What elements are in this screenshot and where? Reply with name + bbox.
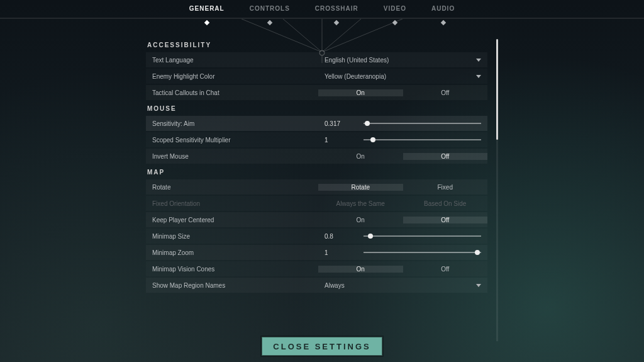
scrollbar-thumb[interactable] xyxy=(496,39,498,140)
keep-centered-toggle: On Off xyxy=(318,212,487,227)
toggle-same: Always the Same xyxy=(318,200,403,207)
chevron-down-icon xyxy=(476,75,481,78)
setting-label: Sensitivity: Aim xyxy=(146,120,318,127)
slider-value[interactable]: 0.8 xyxy=(325,233,355,240)
toggle-off[interactable]: Off xyxy=(403,89,488,96)
section-mouse: MOUSE xyxy=(147,105,487,112)
row-tactical-callouts: Tactical Callouts in Chat On Off xyxy=(146,85,487,100)
tab-label: VIDEO xyxy=(384,5,406,12)
close-button-label: CLOSE SETTINGS xyxy=(273,342,370,351)
scoped-slider: 1 xyxy=(318,132,487,147)
toggle-on[interactable]: On xyxy=(318,153,403,160)
toggle-rotate[interactable]: Rotate xyxy=(318,184,403,191)
sensitivity-slider: 0.317 xyxy=(318,116,487,131)
setting-label: Text Language xyxy=(146,57,318,64)
toggle-off[interactable]: Off xyxy=(403,266,488,273)
toggle-fixed[interactable]: Fixed xyxy=(403,184,488,191)
toggle-on[interactable]: On xyxy=(318,266,403,273)
toggle-off[interactable]: Off xyxy=(403,153,488,160)
tactical-callouts-toggle: On Off xyxy=(318,85,487,100)
diamond-icon xyxy=(334,20,339,25)
row-enemy-highlight: Enemy Highlight Color Yellow (Deuteranop… xyxy=(146,69,487,84)
slider-value[interactable]: 0.317 xyxy=(325,120,355,127)
diamond-icon xyxy=(267,20,272,25)
diamond-icon xyxy=(392,20,397,25)
section-map: MAP xyxy=(147,169,487,176)
toggle-on[interactable]: On xyxy=(318,89,403,96)
tab-audio[interactable]: AUDIO xyxy=(431,5,455,20)
tab-general[interactable]: GENERAL xyxy=(189,5,225,20)
row-sensitivity: Sensitivity: Aim 0.317 xyxy=(146,116,487,131)
chevron-down-icon xyxy=(476,59,481,62)
row-invert-mouse: Invert Mouse On Off xyxy=(146,149,487,164)
setting-label: Invert Mouse xyxy=(146,153,318,160)
section-accessibility: ACCESSIBILITY xyxy=(147,42,487,48)
setting-label: Tactical Callouts in Chat xyxy=(146,89,318,96)
slider-track[interactable] xyxy=(364,139,481,140)
slider-track[interactable] xyxy=(364,123,481,124)
slider-knob[interactable] xyxy=(370,137,375,142)
row-rotate: Rotate Rotate Fixed xyxy=(146,179,487,195)
close-settings-button[interactable]: CLOSE SETTINGS xyxy=(262,337,382,356)
row-fixed-orientation: Fixed Orientation Always the Same Based … xyxy=(146,196,487,211)
slider-track[interactable] xyxy=(364,235,481,237)
invert-mouse-toggle: On Off xyxy=(318,149,487,164)
setting-label: Minimap Vision Cones xyxy=(146,266,318,273)
setting-label: Scoped Sensitivity Multiplier xyxy=(146,137,318,144)
row-text-language: Text Language English (United States) xyxy=(146,52,487,67)
enemy-highlight-dropdown[interactable]: Yellow (Deuteranopia) xyxy=(318,69,487,84)
setting-label: Minimap Zoom xyxy=(146,249,318,256)
slider-value[interactable]: 1 xyxy=(325,137,355,144)
rotate-toggle: Rotate Fixed xyxy=(318,179,487,195)
region-names-dropdown[interactable]: Always xyxy=(318,278,487,293)
settings-list: ACCESSIBILITY Text Language English (Uni… xyxy=(146,39,496,341)
dropdown-value: Always xyxy=(325,282,345,289)
setting-label: Fixed Orientation xyxy=(146,200,318,207)
setting-label: Enemy Highlight Color xyxy=(146,73,318,80)
slider-track[interactable] xyxy=(364,252,481,253)
slider-knob[interactable] xyxy=(365,121,370,126)
row-minimap-zoom: Minimap Zoom 1 xyxy=(146,245,487,260)
slider-knob[interactable] xyxy=(368,234,373,239)
tab-label: GENERAL xyxy=(189,5,225,12)
row-vision-cones: Minimap Vision Cones On Off xyxy=(146,261,487,276)
tab-video[interactable]: VIDEO xyxy=(384,5,406,20)
setting-label: Show Map Region Names xyxy=(146,282,318,289)
slider-value[interactable]: 1 xyxy=(325,249,355,256)
vision-cones-toggle: On Off xyxy=(318,261,487,276)
diamond-icon xyxy=(204,20,209,25)
tab-crosshair[interactable]: CROSSHAIR xyxy=(315,5,358,20)
fixed-orientation-toggle: Always the Same Based On Side xyxy=(318,196,487,211)
row-keep-player-centered: Keep Player Centered On Off xyxy=(146,212,487,227)
toggle-off[interactable]: Off xyxy=(403,217,488,223)
setting-label: Minimap Size xyxy=(146,233,318,240)
row-region-names: Show Map Region Names Always xyxy=(146,278,487,293)
tab-label: CONTROLS xyxy=(250,5,290,12)
dropdown-value: English (United States) xyxy=(325,57,389,64)
toggle-side: Based On Side xyxy=(403,200,488,207)
tab-label: AUDIO xyxy=(431,5,455,12)
slider-knob[interactable] xyxy=(475,250,480,255)
settings-panel: ACCESSIBILITY Text Language English (Uni… xyxy=(146,39,498,341)
row-scoped-multiplier: Scoped Sensitivity Multiplier 1 xyxy=(146,132,487,147)
minimap-size-slider: 0.8 xyxy=(318,229,487,244)
scrollbar[interactable] xyxy=(496,39,498,341)
setting-label: Keep Player Centered xyxy=(146,217,318,223)
row-minimap-size: Minimap Size 0.8 xyxy=(146,229,487,244)
tab-label: CROSSHAIR xyxy=(315,5,358,12)
tab-controls[interactable]: CONTROLS xyxy=(250,5,290,20)
dropdown-value: Yellow (Deuteranopia) xyxy=(325,73,386,80)
setting-label: Rotate xyxy=(146,184,318,191)
minimap-zoom-slider: 1 xyxy=(318,245,487,260)
toggle-on[interactable]: On xyxy=(318,217,403,223)
chevron-down-icon xyxy=(476,284,481,287)
diamond-icon xyxy=(440,20,445,25)
text-language-dropdown[interactable]: English (United States) xyxy=(318,52,487,67)
